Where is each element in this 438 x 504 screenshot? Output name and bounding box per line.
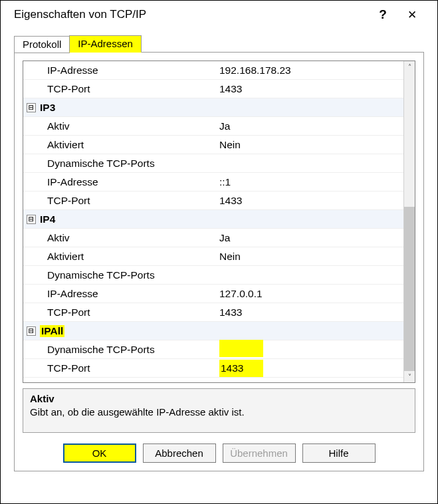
- property-row[interactable]: TCP-Port1433: [23, 359, 403, 378]
- property-name: Aktiviert: [47, 251, 217, 263]
- tab-protokoll[interactable]: Protokoll: [14, 36, 70, 53]
- property-value[interactable]: [217, 340, 403, 360]
- scroll-down-icon[interactable]: ˅: [404, 371, 415, 382]
- collapse-icon[interactable]: ⊟: [27, 215, 36, 224]
- description-text: Gibt an, ob die ausgewählte IP-Adresse a…: [30, 406, 408, 418]
- apply-button: Übernehmen: [223, 443, 296, 463]
- property-name: TCP-Port: [47, 83, 217, 95]
- property-value[interactable]: Nein: [217, 139, 403, 151]
- group-name: IPAll: [40, 325, 209, 337]
- help-button[interactable]: Hilfe: [302, 443, 376, 463]
- property-name: Aktiv: [47, 120, 217, 132]
- dialog-title: Eigenschaften von TCP/IP: [14, 8, 368, 21]
- property-row[interactable]: Dynamische TCP-Ports: [23, 266, 403, 285]
- property-value[interactable]: 1433: [217, 195, 403, 207]
- property-name: IP-Adresse: [47, 288, 217, 300]
- property-name: Aktiviert: [47, 139, 217, 151]
- property-name: IP-Adresse: [47, 176, 217, 188]
- property-name: IP-Adresse: [47, 64, 217, 76]
- property-row[interactable]: IP-Adresse192.168.178.23: [23, 61, 403, 80]
- property-name: Dynamische TCP-Ports: [47, 344, 217, 356]
- property-value[interactable]: 1433: [217, 360, 403, 377]
- scrollbar[interactable]: ˄ ˅: [403, 61, 415, 382]
- close-icon[interactable]: ✕: [397, 8, 427, 22]
- group-row[interactable]: ⊟IP3: [23, 98, 403, 117]
- property-name: Aktiv: [47, 232, 217, 244]
- properties-dialog: Eigenschaften von TCP/IP ? ✕ Protokoll I…: [0, 0, 438, 504]
- property-name: Dynamische TCP-Ports: [47, 269, 217, 281]
- property-row[interactable]: IP-Adresse::1: [23, 173, 403, 191]
- description-title: Aktiv: [30, 393, 408, 404]
- scroll-track[interactable]: [404, 72, 415, 371]
- property-name: Dynamische TCP-Ports: [47, 158, 217, 170]
- property-value[interactable]: ::1: [217, 176, 403, 188]
- property-value[interactable]: 192.168.178.23: [217, 64, 403, 76]
- property-value[interactable]: Ja: [217, 232, 403, 244]
- property-value[interactable]: 127.0.0.1: [217, 288, 403, 300]
- property-value[interactable]: Ja: [217, 120, 403, 132]
- collapse-icon[interactable]: ⊟: [27, 326, 36, 336]
- property-row[interactable]: Dynamische TCP-Ports: [23, 154, 403, 173]
- help-icon[interactable]: ?: [368, 7, 397, 22]
- cancel-button[interactable]: Abbrechen: [143, 443, 216, 463]
- tab-panel: IP-Adresse192.168.178.23TCP-Port1433⊟IP3…: [14, 52, 424, 471]
- property-value[interactable]: 1433: [217, 83, 403, 95]
- property-row[interactable]: TCP-Port1433: [23, 191, 403, 210]
- property-row[interactable]: Dynamische TCP-Ports: [23, 340, 403, 359]
- property-row[interactable]: IP-Adresse127.0.0.1: [23, 285, 403, 303]
- property-row[interactable]: AktiviertNein: [23, 247, 403, 266]
- property-value[interactable]: 1433: [217, 307, 403, 318]
- tab-ip-adressen[interactable]: IP-Adressen: [69, 35, 142, 53]
- group-name: IP3: [40, 102, 209, 114]
- group-name: IP4: [40, 213, 209, 225]
- ok-button[interactable]: OK: [63, 443, 136, 463]
- group-row[interactable]: ⊟IP4: [23, 210, 403, 229]
- property-row[interactable]: AktivJa: [23, 229, 403, 247]
- group-row[interactable]: ⊟IPAll: [23, 322, 403, 340]
- property-name: TCP-Port: [47, 307, 217, 318]
- scroll-thumb[interactable]: [404, 207, 415, 371]
- tab-strip: Protokoll IP-Adressen: [14, 35, 424, 53]
- property-value[interactable]: Nein: [217, 251, 403, 263]
- button-row: OK Abbrechen Übernehmen Hilfe: [23, 443, 415, 463]
- dialog-content: Protokoll IP-Adressen IP-Adresse192.168.…: [1, 29, 437, 481]
- property-row[interactable]: TCP-Port1433: [23, 80, 403, 98]
- property-name: TCP-Port: [47, 362, 217, 374]
- property-grid[interactable]: IP-Adresse192.168.178.23TCP-Port1433⊟IP3…: [23, 61, 403, 382]
- property-name: TCP-Port: [47, 195, 217, 207]
- property-grid-container: IP-Adresse192.168.178.23TCP-Port1433⊟IP3…: [23, 61, 415, 383]
- titlebar: Eigenschaften von TCP/IP ? ✕: [1, 1, 437, 29]
- property-row[interactable]: AktiviertNein: [23, 136, 403, 154]
- property-row[interactable]: TCP-Port1433: [23, 303, 403, 322]
- description-panel: Aktiv Gibt an, ob die ausgewählte IP-Adr…: [23, 388, 415, 433]
- scroll-up-icon[interactable]: ˄: [404, 61, 415, 72]
- collapse-icon[interactable]: ⊟: [27, 103, 36, 112]
- property-row[interactable]: AktivJa: [23, 117, 403, 136]
